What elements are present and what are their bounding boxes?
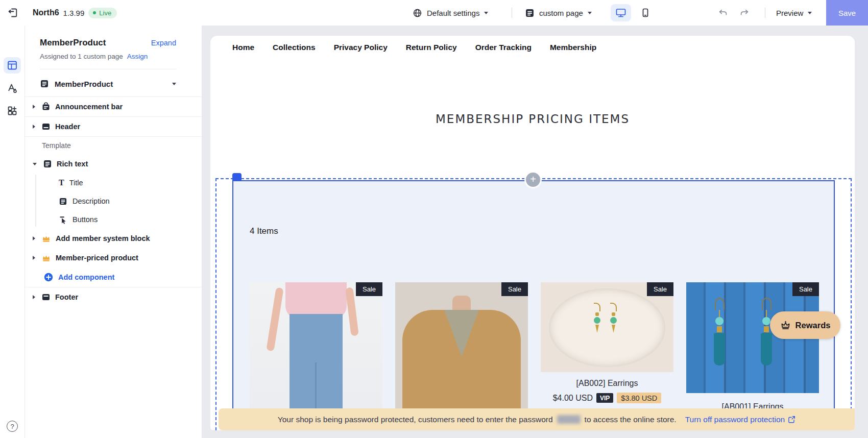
chevron-down-icon	[808, 12, 812, 14]
page-type-dropdown[interactable]: custom page	[525, 0, 592, 26]
tree-item-add-member-system-block[interactable]: Add member system block	[25, 229, 202, 248]
divider	[512, 8, 512, 18]
sections-tab[interactable]	[4, 57, 21, 74]
chevron-right-icon[interactable]	[33, 236, 35, 240]
divider	[25, 0, 25, 438]
tree-item-description[interactable]: Description	[25, 192, 202, 210]
product-price: $4.00 USD	[553, 394, 593, 403]
nav-link-home[interactable]: Home	[232, 43, 254, 52]
undo-icon[interactable]	[718, 8, 728, 18]
product-price-row: $4.00 USD VIP $3.80 USD	[541, 393, 673, 403]
rich-text-icon	[43, 159, 52, 168]
header-icon	[41, 122, 51, 131]
template-section-label: Template	[25, 137, 202, 154]
sale-badge: Sale	[792, 282, 819, 296]
app-blocks-icon	[7, 105, 18, 116]
page-icon	[40, 79, 49, 88]
sale-badge: Sale	[501, 282, 528, 296]
redacted-password	[557, 415, 581, 424]
nav-link-order-tracking[interactable]: Order Tracking	[475, 43, 532, 52]
preview-canvas: Home Collections Privacy Policy Return P…	[202, 26, 868, 438]
chevron-right-icon[interactable]	[33, 105, 35, 109]
section-drag-handle[interactable]	[232, 173, 242, 181]
chevron-down-icon	[588, 12, 592, 14]
banner-text: Your shop is being password protected, c…	[278, 415, 553, 424]
title-icon: T	[59, 179, 64, 187]
app-name: North6	[33, 8, 59, 17]
chevron-right-icon[interactable]	[33, 125, 35, 129]
mobile-icon	[640, 8, 650, 18]
assigned-text: Assigned to 1 custom page	[40, 53, 123, 60]
buttons-cursor-icon	[59, 215, 67, 224]
topbar: North6 1.3.99 Live Default settings cust…	[0, 0, 868, 26]
sections-icon	[7, 60, 18, 71]
add-component-button[interactable]: Add component	[25, 267, 202, 287]
tree-item-buttons[interactable]: Buttons	[25, 210, 202, 229]
footer-icon	[41, 293, 51, 302]
tree-item-rich-text[interactable]: Rich text	[25, 154, 202, 174]
chevron-down-icon	[484, 12, 488, 14]
help-icon[interactable]	[7, 421, 18, 432]
desktop-icon	[615, 8, 626, 18]
chevron-down-icon	[172, 83, 176, 85]
crown-icon	[41, 253, 51, 263]
chevron-right-icon[interactable]	[33, 256, 35, 260]
password-protection-banner: Your shop is being password protected, c…	[219, 408, 855, 430]
vip-badge: VIP	[596, 393, 613, 403]
rewards-button[interactable]: Rewards	[770, 311, 840, 339]
store-nav: Home Collections Privacy Policy Return P…	[232, 36, 596, 59]
announcement-icon	[41, 102, 51, 111]
chevron-down-icon[interactable]	[33, 163, 37, 165]
tree-item-header[interactable]: Header	[25, 117, 202, 136]
rewards-crown-icon	[780, 320, 791, 331]
nav-link-return-policy[interactable]: Return Policy	[406, 43, 457, 52]
divider	[40, 69, 176, 69]
tree-item-member-priced-product[interactable]: Member-priced product	[25, 248, 202, 267]
nav-link-collections[interactable]: Collections	[273, 43, 316, 52]
app-version: 1.3.99	[63, 9, 85, 17]
tree-item-title[interactable]: T Title	[25, 174, 202, 192]
template-selector[interactable]: MemberProduct	[40, 74, 176, 93]
member-price-badge: $3.80 USD	[617, 393, 661, 403]
globe-icon	[413, 8, 422, 18]
sale-badge: Sale	[356, 282, 382, 296]
page-heading: MEMBERSHIP PRICING ITEMS	[210, 112, 855, 126]
crown-icon	[41, 234, 51, 244]
page-icon	[525, 8, 535, 18]
save-button[interactable]: Save	[826, 0, 868, 26]
theme-styles-icon	[7, 83, 18, 94]
exit-editor-icon[interactable]	[7, 7, 19, 19]
settings-panel: MemberProduct Expand Assigned to 1 custo…	[25, 26, 202, 438]
chevron-right-icon[interactable]	[33, 295, 35, 299]
tree-item-footer[interactable]: Footer	[25, 287, 202, 307]
add-icon	[43, 272, 54, 282]
page-title: MemberProduct	[40, 38, 106, 48]
nav-link-privacy-policy[interactable]: Privacy Policy	[334, 43, 388, 52]
add-section-button[interactable]	[524, 171, 542, 188]
theme-styles-tab[interactable]	[4, 80, 21, 96]
assign-link[interactable]: Assign	[127, 53, 148, 60]
divider	[765, 8, 765, 18]
app-blocks-tab[interactable]	[4, 103, 21, 119]
default-settings-dropdown[interactable]: Default settings	[413, 0, 488, 26]
product-title[interactable]: [AB002] Earrings	[541, 379, 673, 388]
external-link-icon	[788, 416, 795, 423]
selected-section[interactable]: 4 Items Sale Sale	[232, 180, 835, 430]
tree-item-announcement-bar[interactable]: Announcement bar	[25, 97, 202, 116]
icon-rail	[0, 26, 25, 438]
sale-badge: Sale	[647, 282, 673, 296]
desktop-view-button[interactable]	[611, 4, 631, 21]
nav-link-membership[interactable]: Membership	[550, 43, 596, 52]
live-dot-icon	[93, 11, 96, 14]
live-badge: Live	[88, 8, 117, 18]
turn-off-password-link[interactable]: Turn off password protection	[685, 415, 796, 424]
brand: North6 1.3.99 Live	[33, 0, 117, 26]
redo-icon[interactable]	[739, 8, 750, 18]
section-tree: Announcement bar Header Template	[25, 96, 202, 307]
device-toggle	[611, 4, 656, 21]
preview-dropdown[interactable]: Preview	[776, 0, 812, 26]
product-image: Sale	[541, 282, 673, 372]
expand-link[interactable]: Expand	[151, 39, 176, 47]
banner-text: to access the online store.	[585, 415, 677, 424]
mobile-view-button[interactable]	[635, 4, 656, 21]
